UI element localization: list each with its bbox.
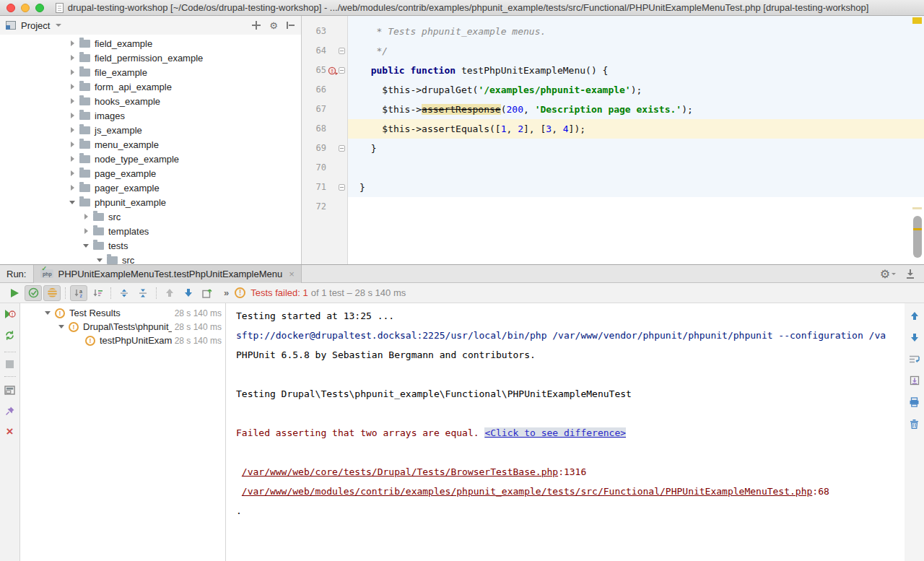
run-tab[interactable]: php✓ PHPUnitExampleMenuTest.testPhpUnitE…: [33, 265, 301, 283]
stop-button[interactable]: [6, 360, 14, 368]
chevron-right-icon[interactable]: [69, 185, 76, 191]
zoom-button[interactable]: [35, 4, 44, 12]
project-tree[interactable]: field_examplefield_permission_examplefil…: [0, 35, 301, 264]
test-results-tree[interactable]: !Test Results28 s 140 ms!Drupal\Tests\ph…: [20, 303, 226, 561]
scroll-to-end-button[interactable]: [910, 375, 920, 388]
tree-item-page_example[interactable]: page_example: [0, 166, 301, 181]
minimize-button[interactable]: [21, 4, 30, 12]
chevron-right-icon[interactable]: [69, 98, 76, 105]
tree-item-js_example[interactable]: js_example: [0, 123, 301, 137]
tree-item-pager_example[interactable]: pager_example: [0, 181, 301, 195]
more-actions-chevron[interactable]: »: [224, 287, 229, 298]
tree-item-file_example[interactable]: file_example: [0, 65, 301, 79]
up-the-stack-trace-button[interactable]: [910, 310, 919, 323]
close-button[interactable]: [6, 4, 15, 12]
collapse-all-button[interactable]: [134, 285, 152, 301]
chevron-right-icon[interactable]: [69, 84, 76, 90]
test-console-output[interactable]: Testing started at 13:25 ...sftp://docke…: [226, 303, 905, 561]
chevron-right-icon[interactable]: [69, 142, 76, 148]
chevron-right-icon[interactable]: [69, 69, 76, 76]
hide-panel-icon[interactable]: [906, 269, 915, 279]
sort-by-duration-button[interactable]: [89, 285, 106, 301]
tree-item-field_example[interactable]: field_example: [0, 36, 301, 51]
pin-tab-button[interactable]: [5, 406, 15, 419]
fold-marker-icon[interactable]: [339, 48, 345, 54]
fold-marker-icon[interactable]: [339, 67, 345, 74]
chevron-right-icon[interactable]: [69, 156, 76, 162]
error-stripe-warning-indicator[interactable]: [912, 17, 922, 24]
test-tree-row[interactable]: !testPhpUnitExampleMenu28 s 140 ms: [20, 334, 225, 347]
editor-code-line[interactable]: $this->drupalGet('/examples/phpunit-exam…: [348, 80, 924, 100]
editor-code-line[interactable]: * Tests phpunit_example menus.: [348, 22, 924, 41]
tree-item-images[interactable]: images: [0, 108, 301, 123]
see-difference-link[interactable]: <Click to see difference>: [484, 427, 626, 438]
stacktrace-file-link[interactable]: /var/www/web/core/tests/Drupal/Tests/Bro…: [242, 466, 558, 477]
next-failed-test-button[interactable]: [180, 285, 197, 301]
show-ignored-toggle[interactable]: [43, 285, 61, 301]
close-icon[interactable]: ×: [289, 269, 295, 279]
fold-marker-icon[interactable]: [339, 184, 345, 191]
sort-alphabetically-toggle[interactable]: az: [70, 285, 87, 301]
rerun-failed-tests-button[interactable]: !: [4, 309, 16, 322]
tree-item-form_api_example[interactable]: form_api_example: [0, 79, 301, 94]
rerun-failed-test-gutter-icon[interactable]: !: [328, 66, 339, 79]
chevron-down-icon[interactable]: [69, 199, 76, 206]
chevron-right-icon[interactable]: [83, 214, 90, 220]
close-run-panel-button[interactable]: ×: [6, 427, 14, 437]
test-tree-row[interactable]: !Drupal\Tests\phpunit_example\Functional…: [20, 320, 225, 334]
chevron-right-icon[interactable]: [69, 55, 76, 61]
chevron-right-icon[interactable]: [83, 228, 90, 235]
import-test-results-button[interactable]: [199, 285, 216, 301]
soft-wrap-button[interactable]: [909, 354, 920, 367]
settings-gear-icon[interactable]: ⚙: [880, 267, 896, 281]
tree-item-menu_example[interactable]: menu_example: [0, 137, 301, 152]
chevron-right-icon[interactable]: [69, 127, 76, 134]
show-passed-toggle[interactable]: [25, 285, 42, 301]
editor-code-line[interactable]: $this->assertEquals([1, 2], [3, 4]);: [348, 119, 924, 139]
editor-scrollbar[interactable]: [913, 216, 922, 258]
tree-item-templates[interactable]: templates: [0, 224, 301, 238]
settings-gear-icon[interactable]: ⚙: [269, 21, 278, 30]
stacktrace-file-link[interactable]: /var/www/web/modules/contrib/examples/ph…: [242, 486, 813, 497]
editor-code-line[interactable]: [348, 217, 924, 264]
editor-code-line[interactable]: }: [348, 139, 924, 158]
previous-failed-test-button[interactable]: [161, 285, 178, 301]
tree-item-hooks_example[interactable]: hooks_example: [0, 94, 301, 108]
tree-item-src[interactable]: src: [0, 253, 301, 264]
code-editor[interactable]: 63 * Tests phpunit_example menus.64 */65…: [302, 16, 924, 264]
editor-code-line[interactable]: [348, 197, 924, 217]
editor-code-line[interactable]: [348, 158, 924, 178]
down-the-stack-trace-button[interactable]: [910, 332, 919, 345]
tree-item-src[interactable]: src: [0, 209, 301, 224]
chevron-right-icon[interactable]: [69, 40, 76, 47]
locate-file-icon[interactable]: [252, 21, 261, 30]
editor-code-line[interactable]: }: [348, 178, 924, 197]
hide-panel-icon[interactable]: [287, 21, 295, 30]
restore-layout-button[interactable]: [4, 385, 15, 398]
toggle-auto-test-button[interactable]: [4, 330, 15, 344]
print-button[interactable]: [909, 397, 920, 410]
tree-item-phpunit_example[interactable]: phpunit_example: [0, 195, 301, 209]
rerun-tests-button[interactable]: [6, 285, 23, 301]
chevron-right-icon[interactable]: [69, 170, 76, 177]
editor-code-line[interactable]: $this->assertResponse(200, 'Description …: [348, 100, 924, 119]
warning-stripe-mark[interactable]: [912, 207, 922, 209]
test-tree-row[interactable]: !Test Results28 s 140 ms: [20, 306, 225, 320]
fold-marker-icon[interactable]: [339, 145, 345, 152]
chevron-down-icon[interactable]: [58, 323, 65, 330]
chevron-down-icon[interactable]: [45, 310, 51, 316]
chevron-right-icon[interactable]: [69, 113, 76, 119]
tree-item-field_permission_example[interactable]: field_permission_example: [0, 51, 301, 65]
expand-all-button[interactable]: [116, 285, 133, 301]
editor-code-line[interactable]: public function testPhpUnitExampleMenu()…: [348, 61, 924, 80]
clear-all-button[interactable]: [910, 419, 919, 432]
tree-item-node_type_example[interactable]: node_type_example: [0, 152, 301, 166]
editor-code-line[interactable]: [348, 16, 924, 22]
chevron-down-icon[interactable]: [56, 24, 61, 27]
tree-item-tests[interactable]: tests: [0, 238, 301, 253]
chevron-down-icon[interactable]: [83, 243, 90, 249]
editor-code-line[interactable]: */: [348, 41, 924, 61]
folder-icon: [107, 256, 118, 264]
chevron-down-icon[interactable]: [97, 257, 103, 264]
editor-gutter: 67: [302, 100, 348, 119]
